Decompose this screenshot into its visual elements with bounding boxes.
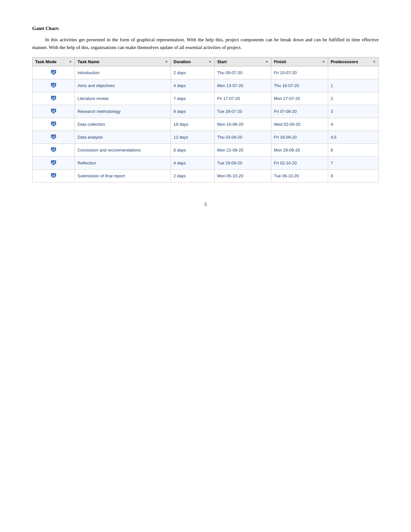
predecessors-cell: 4 bbox=[328, 118, 378, 131]
task-name-cell: Conclusion and recommendations bbox=[75, 144, 171, 157]
gantt-table: Task Mode ▼ Task Name ▼ Duration ▼ Start bbox=[32, 57, 379, 182]
task-mode-icon bbox=[50, 121, 57, 127]
task-name-cell: Literature review bbox=[75, 92, 171, 105]
svg-rect-13 bbox=[53, 125, 54, 126]
svg-rect-19 bbox=[53, 151, 54, 152]
start-dropdown-icon[interactable]: ▼ bbox=[265, 60, 269, 64]
header-duration[interactable]: Duration ▼ bbox=[171, 57, 214, 66]
start-cell: Mon 21-09-20 bbox=[214, 144, 271, 157]
task-name-cell: Data collection bbox=[75, 118, 171, 131]
header-start[interactable]: Start ▼ bbox=[214, 57, 271, 66]
task-mode-cell bbox=[33, 105, 75, 118]
table-row: Submission of final report 2 days Mon 05… bbox=[33, 170, 379, 182]
header-task-name[interactable]: Task Name ▼ bbox=[75, 57, 171, 66]
header-predecessors[interactable]: Predecessors ▼ bbox=[328, 57, 378, 66]
svg-rect-20 bbox=[52, 152, 55, 152]
start-cell: Thu 03-09-20 bbox=[214, 131, 271, 144]
svg-rect-1 bbox=[53, 74, 54, 74]
svg-rect-2 bbox=[52, 74, 55, 74]
duration-cell: 9 days bbox=[171, 105, 214, 118]
finish-cell: Thu 16-07-20 bbox=[271, 79, 328, 92]
finish-cell: Fri 02-10-20 bbox=[271, 157, 328, 170]
table-row: Literature review 7 days Fri 17-07-20 Mo… bbox=[33, 92, 379, 105]
start-cell: Mon 13-07-20 bbox=[214, 79, 271, 92]
task-mode-icon bbox=[50, 95, 57, 101]
start-cell: Tue 28-07-20 bbox=[214, 105, 271, 118]
finish-cell: Fri 07-08-20 bbox=[271, 105, 328, 118]
predecessors-cell: 6 bbox=[328, 144, 378, 157]
finish-dropdown-icon[interactable]: ▼ bbox=[322, 60, 325, 64]
duration-cell: 18 days bbox=[171, 118, 214, 131]
page-number: 5 bbox=[32, 202, 379, 207]
finish-cell: Tue 06-10-20 bbox=[271, 170, 328, 182]
task-mode-cell bbox=[33, 118, 75, 131]
svg-rect-5 bbox=[52, 87, 55, 87]
task-mode-dropdown-icon[interactable]: ▼ bbox=[69, 60, 72, 64]
task-name-cell: Introduction bbox=[75, 66, 171, 79]
task-name-cell: Research methodology bbox=[75, 105, 171, 118]
task-name-cell: Aims and objectives bbox=[75, 79, 171, 92]
duration-dropdown-icon[interactable]: ▼ bbox=[209, 60, 212, 64]
svg-rect-8 bbox=[52, 100, 55, 100]
predecessors-cell: 2 bbox=[328, 92, 378, 105]
svg-rect-4 bbox=[53, 86, 54, 87]
task-name-dropdown-icon[interactable]: ▼ bbox=[165, 60, 168, 64]
svg-rect-22 bbox=[53, 164, 54, 164]
section-body: In this activities get presented in the … bbox=[32, 36, 379, 51]
svg-rect-17 bbox=[52, 139, 55, 139]
task-mode-cell bbox=[33, 131, 75, 144]
finish-cell: Mon 27-07-20 bbox=[271, 92, 328, 105]
duration-cell: 4 days bbox=[171, 79, 214, 92]
start-cell: Thu 09-07-20 bbox=[214, 66, 271, 79]
table-row: Introduction 2 days Thu 09-07-20 Fri 10-… bbox=[33, 66, 379, 79]
header-finish[interactable]: Finish ▼ bbox=[271, 57, 328, 66]
finish-cell: Wed 02-09-20 bbox=[271, 118, 328, 131]
task-name-cell: Reflection bbox=[75, 157, 171, 170]
duration-cell: 12 days bbox=[171, 131, 214, 144]
start-cell: Mon 05-10-20 bbox=[214, 170, 271, 182]
task-mode-icon bbox=[50, 82, 57, 88]
task-mode-cell bbox=[33, 92, 75, 105]
table-row: Data analysis 12 days Thu 03-09-20 Fri 1… bbox=[33, 131, 379, 144]
task-mode-cell bbox=[33, 170, 75, 182]
duration-cell: 4 days bbox=[171, 157, 214, 170]
table-row: Aims and objectives 4 days Mon 13-07-20 … bbox=[33, 79, 379, 92]
duration-cell: 2 days bbox=[171, 66, 214, 79]
predecessors-cell bbox=[328, 66, 378, 79]
predecessors-dropdown-icon[interactable]: ▼ bbox=[373, 60, 376, 64]
task-mode-icon bbox=[50, 108, 57, 114]
table-row: Reflection 4 days Tue 29-09-20 Fri 02-10… bbox=[33, 157, 379, 170]
svg-rect-23 bbox=[52, 164, 55, 165]
duration-cell: 2 days bbox=[171, 170, 214, 182]
table-row: Conclusion and recommendations 6 days Mo… bbox=[33, 144, 379, 157]
predecessors-cell: 1 bbox=[328, 79, 378, 92]
task-mode-icon bbox=[50, 133, 57, 140]
start-cell: Tue 29-09-20 bbox=[214, 157, 271, 170]
svg-rect-14 bbox=[52, 126, 55, 126]
task-mode-icon bbox=[50, 69, 57, 75]
svg-rect-16 bbox=[53, 138, 54, 139]
task-name-cell: Submission of final report bbox=[75, 170, 171, 182]
task-mode-icon bbox=[50, 159, 57, 166]
task-mode-icon bbox=[50, 172, 57, 179]
svg-rect-25 bbox=[53, 177, 54, 177]
table-row: Data collection 18 days Mon 10-08-20 Wed… bbox=[33, 118, 379, 131]
table-row: Research methodology 9 days Tue 28-07-20… bbox=[33, 105, 379, 118]
svg-rect-7 bbox=[53, 99, 54, 100]
section-title: Gantt Chart: bbox=[32, 26, 379, 31]
finish-cell: Mon 28-09-20 bbox=[271, 144, 328, 157]
finish-cell: Fri 10-07-20 bbox=[271, 66, 328, 79]
task-mode-cell bbox=[33, 66, 75, 79]
svg-rect-10 bbox=[53, 112, 54, 113]
predecessors-cell: 8 bbox=[328, 170, 378, 182]
task-name-cell: Data analysis bbox=[75, 131, 171, 144]
svg-rect-26 bbox=[52, 177, 55, 178]
task-mode-cell bbox=[33, 144, 75, 157]
header-task-mode[interactable]: Task Mode ▼ bbox=[33, 57, 75, 66]
duration-cell: 7 days bbox=[171, 92, 214, 105]
start-cell: Mon 10-08-20 bbox=[214, 118, 271, 131]
predecessors-cell: 3 bbox=[328, 105, 378, 118]
task-mode-cell bbox=[33, 157, 75, 170]
start-cell: Fri 17-07-20 bbox=[214, 92, 271, 105]
svg-rect-11 bbox=[52, 113, 55, 113]
